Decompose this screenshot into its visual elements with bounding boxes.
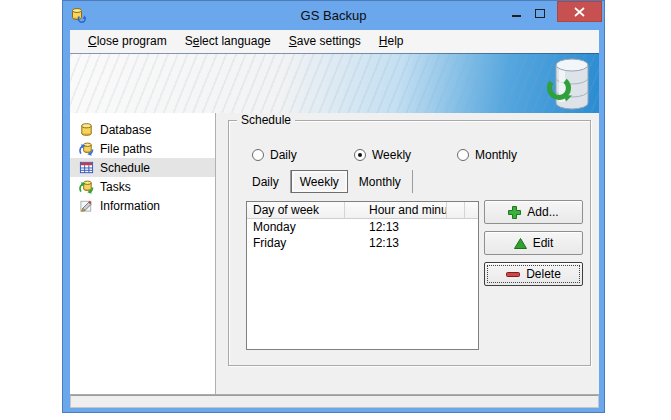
column-header-hour-and-minute[interactable]: Hour and minute xyxy=(345,202,447,218)
minimize-icon xyxy=(512,15,521,17)
table-header: Day of week Hour and minute xyxy=(247,202,478,219)
column-header-day-of-week[interactable]: Day of week xyxy=(247,202,345,218)
radio-label: Daily xyxy=(270,148,297,162)
radio-label: Weekly xyxy=(372,148,411,162)
sidebar-item-label: Information xyxy=(100,199,160,213)
cell-day: Monday xyxy=(247,220,345,234)
button-label: Add... xyxy=(527,205,558,219)
radio-daily[interactable]: Daily xyxy=(252,148,297,162)
radio-weekly[interactable]: Weekly xyxy=(354,148,411,162)
schedule-groupbox: Schedule Daily Weekly Monthly xyxy=(228,120,591,366)
button-label: Delete xyxy=(526,267,561,281)
groupbox-label: Schedule xyxy=(237,113,295,128)
information-icon xyxy=(79,198,94,213)
table-row[interactable]: Friday 12:13 xyxy=(247,235,478,251)
maximize-button[interactable] xyxy=(528,1,552,23)
sidebar-item-label: File paths xyxy=(100,142,152,156)
content-area: Database File paths xyxy=(70,113,599,395)
schedule-table[interactable]: Day of week Hour and minute Monday 12:13… xyxy=(246,201,479,350)
cell-time: 12:13 xyxy=(345,220,447,234)
cell-day: Friday xyxy=(247,236,345,250)
status-bar xyxy=(70,395,599,408)
sidebar: Database File paths xyxy=(70,113,216,394)
radio-circle-icon xyxy=(252,149,264,161)
minimize-button[interactable] xyxy=(504,1,528,23)
menubar: Close program Select language Save setti… xyxy=(70,30,599,53)
sidebar-item-database[interactable]: Database xyxy=(70,120,215,139)
triangle-up-icon xyxy=(514,238,527,249)
edit-button[interactable]: Edit xyxy=(484,231,583,255)
sidebar-item-label: Database xyxy=(100,123,151,137)
menu-item-help[interactable]: Help xyxy=(370,32,413,51)
radio-monthly[interactable]: Monthly xyxy=(457,148,517,162)
plus-icon xyxy=(508,206,521,219)
schedule-tabs: Daily Weekly Monthly xyxy=(241,170,413,193)
app-window: GS Backup Close program Select language … xyxy=(62,0,605,413)
sidebar-item-schedule[interactable]: Schedule xyxy=(70,158,215,177)
close-icon xyxy=(574,7,585,17)
column-header-filler xyxy=(465,202,478,218)
titlebar[interactable]: GS Backup xyxy=(63,1,604,30)
database-sync-logo-icon xyxy=(545,57,591,111)
radio-circle-icon xyxy=(354,149,366,161)
tab-weekly[interactable]: Weekly xyxy=(291,170,348,193)
sidebar-item-information[interactable]: Information xyxy=(70,196,215,215)
sidebar-item-file-paths[interactable]: File paths xyxy=(70,139,215,158)
tab-daily[interactable]: Daily xyxy=(241,170,291,193)
radio-label: Monthly xyxy=(475,148,517,162)
radio-circle-icon xyxy=(457,149,469,161)
banner xyxy=(70,53,599,113)
table-row[interactable]: Monday 12:13 xyxy=(247,219,478,235)
delete-button[interactable]: Delete xyxy=(484,262,583,286)
column-header-spacer[interactable] xyxy=(447,202,465,218)
file-paths-icon xyxy=(79,141,94,156)
database-icon xyxy=(79,122,94,137)
schedule-icon xyxy=(79,160,94,175)
cell-time: 12:13 xyxy=(345,236,447,250)
main-panel: Schedule Daily Weekly Monthly xyxy=(216,113,599,394)
menu-item-close-program[interactable]: Close program xyxy=(79,32,176,51)
sidebar-item-label: Schedule xyxy=(100,161,150,175)
window-controls xyxy=(504,1,602,23)
tasks-icon xyxy=(79,179,94,194)
close-button[interactable] xyxy=(557,1,602,22)
add-button[interactable]: Add... xyxy=(484,200,583,224)
minus-icon xyxy=(506,272,520,277)
sidebar-item-label: Tasks xyxy=(100,180,131,194)
sidebar-item-tasks[interactable]: Tasks xyxy=(70,177,215,196)
menu-item-save-settings[interactable]: Save settings xyxy=(280,32,370,51)
tab-monthly[interactable]: Monthly xyxy=(348,170,413,193)
button-label: Edit xyxy=(533,236,554,250)
menu-item-select-language[interactable]: Select language xyxy=(176,32,280,51)
maximize-icon xyxy=(535,9,545,18)
